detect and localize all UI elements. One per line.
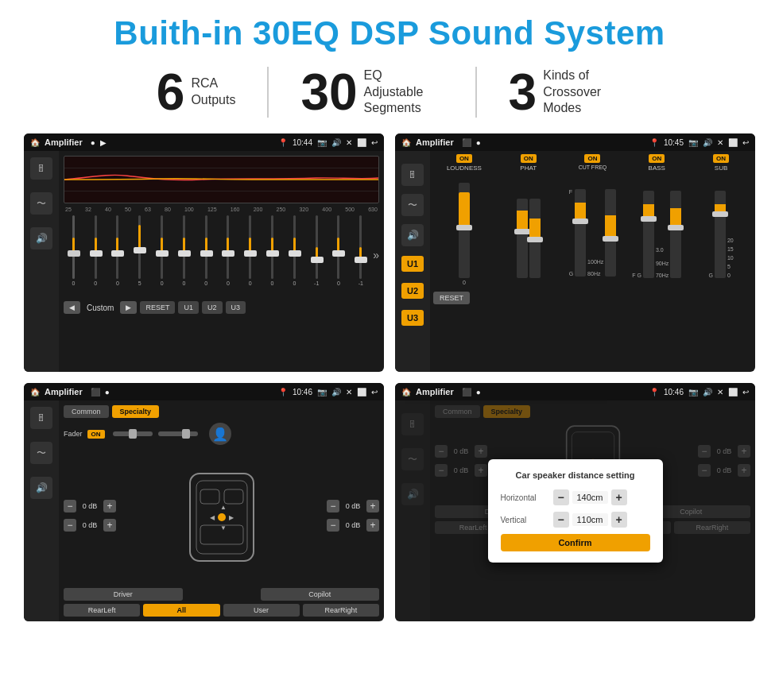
fader-toggle[interactable]: ON <box>87 430 105 439</box>
eq-slider-2[interactable]: 0 <box>86 215 106 295</box>
btn-rearleft[interactable]: RearLeft <box>64 604 140 617</box>
location-icon: 📍 <box>278 138 288 147</box>
fader-h-slider1[interactable] <box>113 431 153 436</box>
camera-icon: 📷 <box>317 138 327 147</box>
home-icon3: 🏠 <box>30 388 40 396</box>
horizontal-plus-btn[interactable]: + <box>611 489 627 505</box>
vertical-plus-btn[interactable]: + <box>611 512 627 528</box>
fader-label: Fader <box>64 430 83 438</box>
eq-u3-button[interactable]: U3 <box>226 301 246 314</box>
db-minus-3[interactable]: − <box>327 500 339 512</box>
eq-prev-button[interactable]: ◀ <box>64 301 80 314</box>
ch-sub: ON SUB G 20151050 <box>690 154 752 278</box>
x-icon2: ✕ <box>717 138 723 147</box>
db-val-2: 0 dB <box>79 521 101 529</box>
eq-next-button[interactable]: ▶ <box>120 301 137 314</box>
eq-u2-button[interactable]: U2 <box>202 301 223 314</box>
vertical-minus-btn[interactable]: − <box>553 512 569 528</box>
crossover-main: ON LOUDNESS 0 ON <box>430 151 755 372</box>
btn-rearright[interactable]: RearRight <box>303 604 379 617</box>
stats-row: 6 RCAOutputs 30 EQ AdjustableSegments 3 … <box>24 67 755 118</box>
btn-copilot[interactable]: Copilot <box>261 588 380 601</box>
db-plus-4[interactable]: + <box>366 519 379 532</box>
fader-icon-tuner[interactable]: 🎚 <box>30 407 52 429</box>
confirm-button[interactable]: Confirm <box>501 534 650 551</box>
eq-reset-button[interactable]: RESET <box>140 301 175 314</box>
db-plus-1[interactable]: + <box>103 500 116 512</box>
crossover-u1-btn[interactable]: U1 <box>401 256 424 272</box>
ch-bass: ON BASS F G 3.090Hz70Hz <box>626 154 688 278</box>
fader-status-bar: 🏠 Amplifier ⬛ ● 📍 10:46 📷 🔊 ✕ ⬜ ↩ <box>24 383 384 400</box>
eq-slider-3[interactable]: 0 <box>108 215 128 295</box>
btn-driver[interactable]: Driver <box>64 588 183 601</box>
db-plus-2[interactable]: + <box>103 519 116 532</box>
eq-icon-tuner[interactable]: 🎚 <box>30 157 52 180</box>
eq-icon-wave[interactable]: 〜 <box>30 192 52 215</box>
stat-text-rca: RCAOutputs <box>191 75 235 109</box>
eq-slider-14[interactable]: -1 <box>351 215 370 295</box>
bottom-btns-row1: Driver Copilot <box>64 588 379 601</box>
eq-u1-button[interactable]: U1 <box>178 301 199 314</box>
eq-bottom-bar: ◀ Custom ▶ RESET U1 U2 U3 <box>64 301 379 314</box>
crossover-time: 10:45 <box>664 138 684 147</box>
db-minus-1[interactable]: − <box>64 500 76 512</box>
db-plus-3[interactable]: + <box>366 500 379 512</box>
crossover-icon-speaker[interactable]: 🔊 <box>401 224 424 246</box>
eq-graph <box>64 156 379 203</box>
stat-number-rca: 6 <box>157 67 185 118</box>
stat-text-eq: EQ AdjustableSegments <box>364 68 444 117</box>
crossover-icon-tuner[interactable]: 🎚 <box>401 164 424 186</box>
person-icon: 👤 <box>209 423 231 445</box>
crossover-u2-btn[interactable]: U2 <box>401 283 424 299</box>
phat-on: ON <box>521 154 537 163</box>
eq-slider-8[interactable]: 0 <box>219 215 238 295</box>
crossover-u3-btn[interactable]: U3 <box>401 310 424 326</box>
crossover-icon-wave[interactable]: 〜 <box>401 194 424 216</box>
bottom-btns-row2: RearLeft All User RearRight <box>64 604 379 617</box>
stat-eq: 30 EQ AdjustableSegments <box>269 67 476 118</box>
svg-text:◀: ◀ <box>210 514 215 521</box>
db-minus-4[interactable]: − <box>327 519 339 532</box>
db-minus-2[interactable]: − <box>64 519 76 532</box>
eq-icon-speaker[interactable]: 🔊 <box>30 227 52 249</box>
eq-freq-labels: 253240506380100 125160200250320400500630 <box>64 207 379 212</box>
back-icon: ↩ <box>371 138 378 147</box>
eq-screen-content: 🎚 〜 🔊 <box>24 151 384 372</box>
eq-slider-5[interactable]: 0 <box>152 215 172 295</box>
status-dot2: ▶ <box>100 138 107 147</box>
eq-slider-1[interactable]: 0 <box>64 215 83 295</box>
home-icon: 🏠 <box>30 138 40 147</box>
svg-rect-5 <box>200 489 219 504</box>
eq-slider-10[interactable]: 0 <box>262 215 282 295</box>
eq-slider-9[interactable]: 0 <box>240 215 260 295</box>
btn-all[interactable]: All <box>143 604 219 617</box>
tab-bar: Common Specialty <box>64 405 379 418</box>
horizontal-minus-btn[interactable]: − <box>553 489 569 505</box>
crossover-reset-btn[interactable]: RESET <box>433 292 470 304</box>
car-diagram: ▲ ▼ ◀ ▶ <box>122 450 320 585</box>
fader-control-row: Fader ON 👤 <box>64 423 379 445</box>
tab-specialty[interactable]: Specialty <box>112 405 160 418</box>
eq-slider-13[interactable]: 0 <box>329 215 349 295</box>
svg-point-8 <box>218 513 226 521</box>
camera-icon4: 📷 <box>688 388 698 396</box>
eq-slider-6[interactable]: 0 <box>174 215 194 295</box>
fader-icon-speaker[interactable]: 🔊 <box>30 477 52 499</box>
more-icon[interactable]: » <box>373 249 379 261</box>
btn-user[interactable]: User <box>223 604 300 617</box>
x-icon: ✕ <box>346 138 352 147</box>
tab-common[interactable]: Common <box>64 405 109 418</box>
fader-icon-wave[interactable]: 〜 <box>30 442 52 464</box>
crossover-screenshot: 🏠 Amplifier ⬛ ● 📍 10:45 📷 🔊 ✕ ⬜ ↩ 🎚 〜 🔊 … <box>395 133 755 372</box>
distance-status-bar: 🏠 Amplifier ⬛ ● 📍 10:46 📷 🔊 ✕ ⬜ ↩ <box>395 383 755 400</box>
eq-time: 10:44 <box>293 138 312 147</box>
fader-screenshot: 🏠 Amplifier ⬛ ● 📍 10:46 📷 🔊 ✕ ⬜ ↩ 🎚 〜 🔊 <box>24 383 384 621</box>
eq-slider-4[interactable]: 5 <box>130 215 149 295</box>
eq-slider-11[interactable]: 0 <box>285 215 304 295</box>
fader-h-slider2[interactable] <box>158 431 198 436</box>
eq-slider-7[interactable]: 0 <box>196 215 216 295</box>
distance-screenshot: 🏠 Amplifier ⬛ ● 📍 10:46 📷 🔊 ✕ ⬜ ↩ 🎚 〜 🔊 <box>395 383 755 621</box>
eq-slider-12[interactable]: -1 <box>307 215 327 295</box>
svg-text:▶: ▶ <box>229 514 234 521</box>
screenshots-grid: 🏠 Amplifier ● ▶ 📍 10:44 📷 🔊 ✕ ⬜ ↩ 🎚 〜 🔊 <box>24 133 755 621</box>
